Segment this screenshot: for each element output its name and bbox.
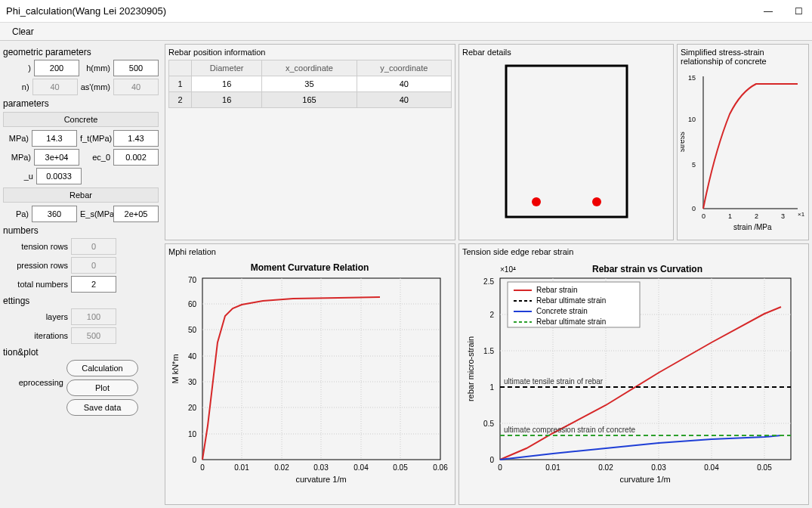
svg-text:0.05: 0.05	[757, 463, 772, 472]
fy-input[interactable]	[32, 206, 77, 222]
preproc-label: eprocessing	[3, 360, 63, 387]
svg-text:2: 2	[755, 212, 758, 220]
svg-text:Rebar strain: Rebar strain	[536, 286, 577, 294]
col-diameter: Diameter	[192, 60, 262, 76]
fy-label: Pa)	[3, 209, 29, 218]
svg-text:10: 10	[188, 430, 197, 438]
rebar-position-panel: Rebar position information Diameter x_co…	[165, 44, 455, 240]
asp-label: as'(mm)	[81, 82, 110, 91]
layers-label: layers	[8, 312, 68, 321]
maximize-icon[interactable]: ☐	[791, 4, 806, 19]
svg-text:Rebar ultimate strain: Rebar ultimate strain	[536, 318, 606, 326]
ec0-input[interactable]	[113, 149, 159, 166]
svg-text:0.02: 0.02	[598, 463, 613, 472]
comp-input	[71, 257, 116, 274]
svg-text:0: 0	[489, 456, 494, 464]
svg-text:5: 5	[692, 161, 696, 169]
menubar: Clear	[0, 23, 812, 41]
svg-text:40: 40	[188, 352, 197, 361]
rebar-details-title: Rebar details	[462, 48, 670, 57]
b-label: )	[3, 64, 31, 73]
col-y: y_coordinate	[357, 60, 451, 76]
svg-text:10: 10	[688, 116, 696, 123]
svg-text:Rebar ultimate strain: Rebar ultimate strain	[536, 296, 606, 305]
svg-text:0.01: 0.01	[234, 463, 249, 472]
svg-text:3: 3	[781, 212, 785, 220]
ec0-label: ec_0	[82, 153, 110, 162]
ft-input[interactable]	[113, 130, 159, 147]
E-label: MPa)	[3, 153, 31, 162]
svg-text:rebar micro-strain: rebar micro-strain	[466, 336, 475, 401]
svg-text:0.06: 0.06	[433, 463, 448, 472]
svg-text:2: 2	[489, 311, 494, 319]
tension-label: tension rows	[8, 242, 68, 251]
left-panel: geometric parameters ) h(mm) n) as'(mm) …	[0, 41, 162, 508]
h-input[interactable]	[113, 60, 159, 76]
svg-text:0: 0	[498, 463, 502, 472]
svg-text:0.05: 0.05	[393, 463, 408, 472]
E-input[interactable]	[34, 149, 79, 166]
window-title: Phi_calculation(Wang Lei 20230905)	[6, 5, 166, 17]
svg-text:×10⁴: ×10⁴	[500, 265, 516, 274]
total-input[interactable]	[71, 276, 116, 293]
svg-text:30: 30	[188, 378, 197, 386]
mphi-chart: Moment Curvature Relation 0	[168, 259, 452, 486]
svg-text:curvature 1/m: curvature 1/m	[619, 475, 670, 484]
calculation-button[interactable]: Calculation	[66, 360, 138, 376]
total-label: total numbers	[8, 280, 68, 289]
eu-input[interactable]	[36, 168, 82, 184]
b-input[interactable]	[34, 60, 79, 76]
menu-clear[interactable]: Clear	[6, 25, 40, 39]
svg-text:×1: ×1	[798, 211, 805, 218]
table-row[interactable]: 1 16 35 40	[169, 76, 452, 92]
svg-text:M kN*m: M kN*m	[171, 354, 180, 383]
ft-label: f_t(MPa)	[80, 134, 110, 143]
svg-text:0.03: 0.03	[313, 463, 329, 472]
mphi-panel: Mphi relation Moment Curvature Relation	[165, 243, 455, 505]
svg-text:20: 20	[188, 404, 197, 412]
svg-text:Moment Curvature Relation: Moment Curvature Relation	[251, 262, 369, 273]
svg-text:Rebar strain vs Curvation: Rebar strain vs Curvation	[592, 264, 702, 274]
geom-title: geometric parameters	[3, 47, 159, 57]
section-sketch	[462, 60, 670, 222]
svg-text:0: 0	[200, 463, 205, 472]
eu-label: _u	[3, 172, 33, 181]
svg-text:0.01: 0.01	[545, 463, 560, 472]
h-label: h(mm)	[82, 64, 110, 73]
ss-title: Simplified stress-strain relationship of…	[681, 48, 805, 66]
settings-title: ettings	[3, 296, 159, 306]
Es-input[interactable]	[113, 206, 159, 222]
params-title: parameters	[3, 98, 159, 109]
rebar-pos-title: Rebar position information	[168, 48, 452, 57]
rebar-details-panel: Rebar details	[458, 44, 674, 240]
svg-text:1.5: 1.5	[483, 347, 494, 355]
svg-text:0: 0	[702, 212, 705, 220]
as-input	[32, 79, 78, 95]
strain-chart: ×10⁴ Rebar strain vs Curvation	[462, 259, 802, 486]
svg-text:0.5: 0.5	[483, 420, 494, 428]
svg-text:15: 15	[688, 74, 696, 82]
svg-text:0.04: 0.04	[354, 463, 369, 472]
plot-button[interactable]: Plot	[66, 379, 138, 396]
minimize-icon[interactable]: —	[761, 4, 776, 19]
svg-text:0: 0	[192, 456, 196, 464]
rebar-table[interactable]: Diameter x_coordinate y_coordinate 1 16 …	[168, 60, 452, 108]
svg-point-2	[592, 197, 601, 206]
comp-label: pression rows	[8, 261, 68, 270]
svg-text:ultimate compression strain of: ultimate compression strain of concrete	[504, 426, 635, 434]
save-data-button[interactable]: Save data	[66, 399, 138, 416]
table-row[interactable]: 2 16 165 40	[169, 92, 452, 108]
mphi-title: Mphi relation	[168, 247, 452, 256]
fc-label: MPa)	[3, 134, 29, 143]
svg-text:2.5: 2.5	[483, 277, 494, 286]
iplot-title: tion&plot	[3, 347, 159, 358]
svg-text:0.02: 0.02	[274, 463, 289, 472]
stress-strain-chart: 15 10 5 0 0 1 2 3 ×1 strain /MPa stress	[681, 69, 805, 231]
asp-input	[113, 79, 159, 95]
stress-strain-panel: Simplified stress-strain relationship of…	[677, 44, 809, 240]
svg-text:Concrete strain: Concrete strain	[536, 307, 588, 315]
iter-input	[71, 327, 116, 344]
svg-text:0: 0	[692, 205, 696, 212]
fc-input[interactable]	[32, 130, 77, 147]
svg-text:60: 60	[188, 300, 197, 308]
